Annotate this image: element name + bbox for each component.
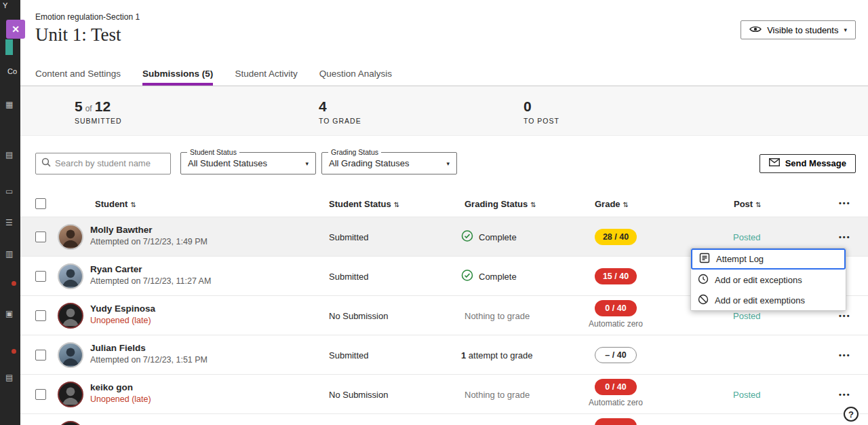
row-context-menu: Attempt Log Add or edit exceptions Add o… xyxy=(690,248,846,311)
row-checkbox[interactable] xyxy=(35,232,46,242)
rail-partial-text-top: Y xyxy=(3,1,7,10)
grading-status-select[interactable]: Grading Status All Grading Statuses ▾ xyxy=(321,152,457,174)
notification-dot xyxy=(12,281,16,286)
sort-icon: ⇅ xyxy=(394,201,399,208)
automatic-zero-label: Automatic zero xyxy=(589,398,643,407)
row-overflow-menu-button[interactable]: ••• xyxy=(839,351,851,359)
menu-icon[interactable]: ☰ xyxy=(5,219,13,227)
grade-cell: 0 / 40 Automatic zero xyxy=(585,379,647,407)
breadcrumb: Emotion regulation-Section 1 xyxy=(35,12,140,22)
grade-pill[interactable]: 15 / 40 xyxy=(595,268,637,284)
menu-item-add-exceptions[interactable]: Add or edit exceptions xyxy=(691,270,846,290)
to-post-count: 0 xyxy=(524,98,532,114)
course-content-icon[interactable]: ▦ xyxy=(5,100,13,109)
grade-cell xyxy=(585,418,647,425)
left-rail: Y Co ▦ ▤ ▭ ☰ ▥ ▣ ▤ xyxy=(0,0,20,425)
row-checkbox[interactable] xyxy=(35,310,46,321)
avatar xyxy=(58,263,83,289)
chevron-down-icon: ▾ xyxy=(305,160,309,167)
analytics-icon[interactable]: ▣ xyxy=(5,310,13,318)
grading-status-cell: Nothing to grade xyxy=(465,389,530,399)
gradebook-screen: { "rail": { "top_text": "Y", "partial_te… xyxy=(0,0,868,425)
row-checkbox[interactable] xyxy=(35,389,46,400)
avatar xyxy=(58,342,83,368)
row-overflow-menu-button[interactable]: ••• xyxy=(839,390,851,399)
search-box xyxy=(35,153,171,174)
table-overflow-menu-button[interactable]: ••• xyxy=(839,199,851,207)
eye-icon xyxy=(749,25,762,35)
student-status-cell: No Submission xyxy=(329,389,388,399)
grade-pill[interactable]: 28 / 40 xyxy=(595,229,637,245)
grade-cell: – / 40 xyxy=(585,347,647,363)
close-panel-button[interactable]: ✕ xyxy=(6,20,25,39)
grading-status-cell: Complete xyxy=(461,229,517,244)
post-status[interactable]: Posted xyxy=(733,389,760,399)
tab-bar: Content and Settings Submissions (5) Stu… xyxy=(20,61,868,86)
sort-icon: ⇅ xyxy=(130,201,136,208)
clock-icon xyxy=(698,274,709,287)
tab-question-analysis[interactable]: Question Analysis xyxy=(319,61,392,86)
row-checkbox[interactable] xyxy=(35,271,46,282)
row-overflow-menu-button[interactable]: ••• xyxy=(839,233,851,241)
tab-student-activity[interactable]: Student Activity xyxy=(235,61,297,86)
check-circle-icon xyxy=(461,269,473,283)
check-circle-icon xyxy=(461,229,473,244)
sort-student[interactable]: Student⇅ xyxy=(95,199,136,209)
table-header: Student⇅ Student Status⇅ Grading Status⇅… xyxy=(20,193,868,217)
table-row: Julian Fields Attempted on 7/12/23, 1:51… xyxy=(20,335,868,374)
stat-submitted: 5of12 SUBMITTED xyxy=(75,98,122,125)
student-name-cell[interactable]: keiko gon Unopened (late) xyxy=(90,382,151,404)
tab-submissions[interactable]: Submissions (5) xyxy=(142,61,213,86)
post-status[interactable]: Posted xyxy=(733,310,760,320)
stat-to-post: 0 TO POST xyxy=(524,98,559,125)
student-status-cell: No Submission xyxy=(329,310,388,320)
to-grade-count: 4 xyxy=(319,98,327,114)
search-input[interactable] xyxy=(55,158,165,168)
avatar xyxy=(58,382,83,407)
sort-post[interactable]: Post⇅ xyxy=(734,199,762,209)
submitted-total: 12 xyxy=(95,98,111,114)
gradebook-icon[interactable]: ▥ xyxy=(5,250,13,258)
visibility-dropdown-button[interactable]: Visible to students ▾ xyxy=(741,20,856,39)
student-status-cell: Submitted xyxy=(329,271,369,281)
messages-icon[interactable]: ▭ xyxy=(5,187,13,196)
student-status-select[interactable]: Student Status All Student Statuses ▾ xyxy=(180,152,316,174)
avatar xyxy=(58,224,83,250)
search-icon xyxy=(41,158,51,170)
post-status[interactable]: Posted xyxy=(733,232,760,242)
test-panel: Emotion regulation-Section 1 Unit 1: Tes… xyxy=(20,0,868,425)
sort-icon: ⇅ xyxy=(623,201,629,208)
tab-content-and-settings[interactable]: Content and Settings xyxy=(35,61,121,86)
student-name-cell[interactable]: Molly Bawther Attempted on 7/12/23, 1:49… xyxy=(90,225,208,246)
grading-status-cell: 1 attempt to grade xyxy=(461,350,533,360)
grade-pill[interactable]: 0 / 40 xyxy=(595,379,637,395)
select-all-checkbox[interactable] xyxy=(35,198,46,209)
calendar-icon[interactable]: ▤ xyxy=(5,151,13,159)
grade-pill[interactable]: 0 / 40 xyxy=(595,300,637,316)
chevron-down-icon: ▾ xyxy=(446,160,450,167)
student-name-cell[interactable]: Ryan Carter Attempted on 7/12/23, 11:27 … xyxy=(90,264,211,286)
sort-icon: ⇅ xyxy=(530,201,536,208)
grade-pill[interactable]: – / 40 xyxy=(595,347,637,363)
student-status-cell: Submitted xyxy=(329,350,369,360)
student-name-cell[interactable]: Yudy Espinosa Unopened (late) xyxy=(90,303,155,325)
grade-pill[interactable] xyxy=(595,418,637,425)
menu-item-add-exemptions[interactable]: Add or edit exemptions xyxy=(691,290,846,310)
groups-icon[interactable]: ▤ xyxy=(5,373,13,382)
row-overflow-menu-button[interactable]: ••• xyxy=(839,312,851,320)
submitted-count: 5 xyxy=(75,98,83,114)
avatar xyxy=(58,421,83,425)
send-message-button[interactable]: Send Message xyxy=(760,154,856,173)
notification-dot xyxy=(12,349,16,354)
sort-grade[interactable]: Grade⇅ xyxy=(595,199,629,209)
stat-to-grade: 4 TO GRADE xyxy=(319,98,361,125)
menu-item-attempt-log[interactable]: Attempt Log xyxy=(691,248,846,270)
grade-cell: 28 / 40 xyxy=(585,229,647,245)
filter-row: Student Status All Student Statuses ▾ Gr… xyxy=(20,152,868,174)
row-checkbox[interactable] xyxy=(35,350,46,361)
sort-student-status[interactable]: Student Status⇅ xyxy=(329,199,399,209)
sort-grading-status[interactable]: Grading Status⇅ xyxy=(465,199,536,209)
help-button[interactable]: ? xyxy=(844,407,859,422)
student-name-cell[interactable]: Julian Fields Attempted on 7/12/23, 1:51… xyxy=(90,343,208,365)
table-row xyxy=(20,413,868,425)
